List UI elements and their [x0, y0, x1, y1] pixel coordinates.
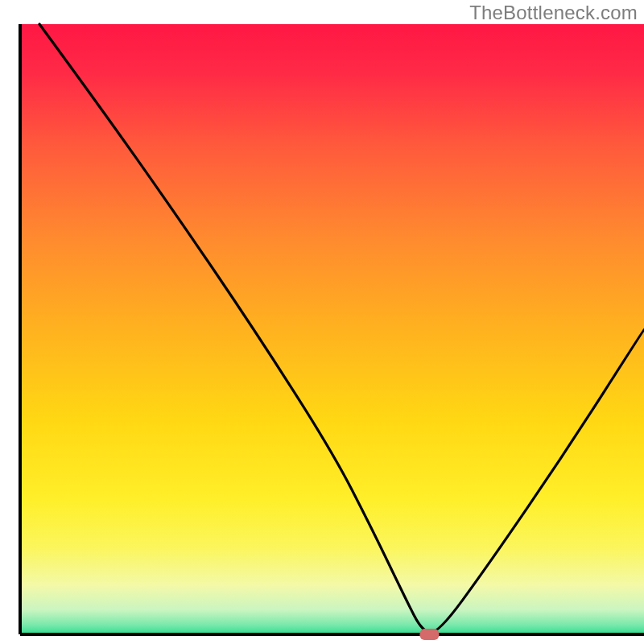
chart-container: TheBottleneck.com	[0, 0, 644, 644]
optimal-marker	[419, 629, 439, 640]
plot-background	[20, 24, 644, 634]
bottleneck-chart	[0, 0, 644, 644]
